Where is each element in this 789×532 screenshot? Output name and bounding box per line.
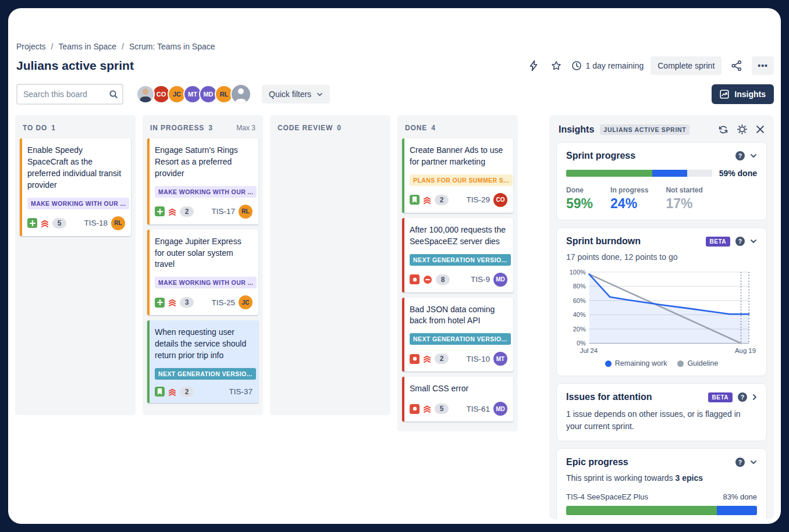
epic-label-chip[interactable]: MAKE WORKING WITH OUR ... [155,186,257,198]
epic-label-chip[interactable]: MAKE WORKING WITH OUR ... [27,198,129,209]
bug-icon [410,354,420,364]
burndown-subtitle: 17 points done, 12 points to go [566,252,757,262]
card-footer: 2 TIS-37 [155,387,253,397]
column-done: DONE 4 Create Banner Ads to use for part… [397,115,518,431]
insights-title: Insights [559,124,594,135]
story-icon [410,195,420,205]
chevron-down-icon[interactable] [750,239,757,244]
issue-card[interactable]: Engage Jupiter Express for outer solar s… [147,230,258,316]
version-label-chip[interactable]: NEXT GENERATION VERSIO... [155,368,256,380]
issue-card-selected[interactable]: When requesting user details the service… [147,320,258,403]
close-icon[interactable] [756,125,765,134]
more-actions-button[interactable]: ••• [752,56,774,75]
legend-dot [605,360,612,367]
share-icon[interactable] [728,58,745,74]
sprint-name-badge: JULIANS ACTIVE SPRINT [600,124,690,135]
assignee-avatar[interactable]: MD [493,402,507,416]
issue-key[interactable]: TIS-10 [466,355,490,363]
help-icon[interactable]: ? [735,237,745,246]
breadcrumb-board[interactable]: Scrum: Teams in Space [129,42,215,51]
priority-highest-icon [168,388,176,396]
issue-key[interactable]: TIS-29 [466,195,490,204]
column-count: 3 [208,124,212,132]
issue-key[interactable]: TIS-25 [211,298,235,307]
story-icon [155,387,165,397]
assignee-avatar[interactable]: MT [493,352,507,366]
estimate-badge: 2 [180,206,194,217]
insights-panel-actions [718,124,765,135]
issue-key[interactable]: TIS-18 [84,219,108,227]
svg-text:80%: 80% [573,283,586,290]
assignee-avatar[interactable]: MD [493,273,507,287]
beta-badge: BETA [708,392,733,402]
issue-card[interactable]: After 100,000 requests the SeeSpaceEZ se… [402,218,513,292]
help-icon[interactable]: ? [738,392,747,402]
issue-title: When requesting user details the service… [155,327,253,362]
epic-progress-card: Epic progress ? This sprint is working t… [556,448,767,519]
gear-icon[interactable] [737,124,748,135]
estimate-badge: 2 [180,387,194,397]
issue-card[interactable]: Engage Saturn's Rings Resort as a prefer… [147,138,258,224]
quick-filters-label: Quick filters [269,90,311,99]
card-footer: 2 TIS-17 RL [155,205,253,219]
star-icon[interactable] [548,58,564,74]
column-name: IN PROGRESS [150,124,204,132]
issues-for-attention-card: Issues for attention BETA ? 1 issue depe… [556,383,767,441]
column-name: CODE REVIEW [278,124,333,132]
assignee-avatar[interactable]: RL [111,216,125,230]
chart-icon [720,90,729,99]
breadcrumb-projects[interactable]: Projects [16,42,46,51]
issue-card[interactable]: Bad JSON data coming back from hotel API… [402,298,513,372]
epic-label-chip[interactable]: PLANS FOR OUR SUMMER S... [410,174,513,186]
insights-button-label: Insights [734,90,766,99]
complete-sprint-button[interactable]: Complete sprint [651,56,722,75]
avatar-unassigned[interactable] [230,84,251,105]
issue-card[interactable]: Small CSS error 5 TIS-61 MD [402,377,513,422]
column-in-progress: IN PROGRESS 3 Max 3 Engage Saturn's Ring… [143,115,263,415]
epic-label-chip[interactable]: MAKE WORKING WITH OUR ... [155,277,257,288]
insights-toggle-button[interactable]: Insights [712,84,774,104]
issue-key[interactable]: TIS-17 [211,207,235,216]
refresh-icon[interactable] [718,124,728,135]
legend-guideline: Guideline [677,359,718,367]
sprint-progress-card: Sprint progress ? 59% done Done 59% [556,142,767,220]
chevron-down-icon[interactable] [750,153,757,158]
estimate-badge: 2 [435,354,449,364]
epic-label[interactable]: TIS-4 SeeSpaceEZ Plus [566,492,648,501]
help-icon[interactable]: ? [735,151,745,160]
priority-highest-icon [168,298,176,306]
issue-card[interactable]: Enable Speedy SpaceCraft as the preferre… [20,138,131,236]
lightning-icon[interactable] [526,58,541,74]
board-toolbar: CO JC MT MD RL Quick filters Insights [15,84,774,105]
epic-progress-subtitle: This sprint is working towards 3 epics [566,473,757,483]
avatar-photo[interactable] [136,85,155,103]
priority-highest-icon [423,405,431,413]
breadcrumb-team[interactable]: Teams in Space [58,42,116,51]
issue-key[interactable]: TIS-37 [229,387,253,396]
assignee-avatar[interactable]: JC [239,295,253,309]
progress-done-segment [566,170,652,177]
board-header: Julians active sprint 1 day remaining Co… [15,56,774,75]
issue-title: Create Banner Ads to use for partner mar… [410,145,507,168]
issue-key[interactable]: TIS-61 [466,405,490,413]
quick-filters-button[interactable]: Quick filters [262,85,330,103]
help-icon[interactable]: ? [735,458,745,467]
estimate-badge: 5 [52,218,66,228]
search-input[interactable] [16,84,123,105]
version-label-chip[interactable]: NEXT GENERATION VERSIO... [410,254,511,266]
breadcrumb-separator: / [51,42,54,51]
version-label-chip[interactable]: NEXT GENERATION VERSIO... [410,333,511,345]
estimate-badge: 3 [180,297,194,308]
column-count: 0 [337,124,341,132]
chevron-down-icon [317,92,323,97]
issue-title: Engage Jupiter Express for outer solar s… [155,236,253,271]
chevron-right-icon[interactable] [752,394,757,401]
epic-done-label: 83% done [723,492,757,501]
assignee-avatar[interactable]: RL [239,205,253,219]
assignee-avatar[interactable]: CO [493,193,507,207]
issue-title: Small CSS error [410,383,507,395]
issue-card[interactable]: Create Banner Ads to use for partner mar… [402,138,513,213]
chevron-down-icon[interactable] [750,460,757,465]
burndown-legend: Remaining work Guideline [566,359,757,367]
issue-key[interactable]: TIS-9 [471,275,490,284]
